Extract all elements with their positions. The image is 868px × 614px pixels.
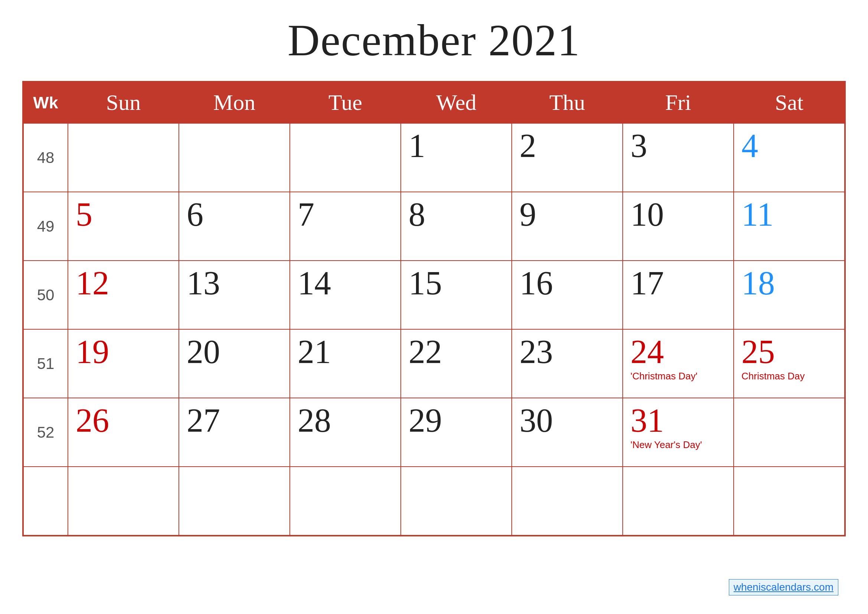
day-cell bbox=[290, 123, 401, 192]
day-cell: 30 bbox=[512, 398, 623, 467]
day-number: 9 bbox=[519, 196, 536, 233]
day-number: 18 bbox=[741, 265, 775, 301]
col-header-sun: Sun bbox=[68, 82, 179, 123]
holiday-label: Christmas Day bbox=[741, 371, 837, 382]
day-number: 1 bbox=[409, 127, 425, 164]
day-number: 7 bbox=[298, 196, 314, 233]
day-number: 17 bbox=[631, 265, 664, 301]
day-number: 8 bbox=[409, 196, 425, 233]
day-cell: 27 bbox=[179, 398, 290, 467]
day-cell bbox=[401, 467, 512, 535]
day-cell: 11 bbox=[734, 192, 845, 260]
calendar-row: 52262728293031'New Year's Day' bbox=[23, 398, 845, 467]
col-header-wed: Wed bbox=[401, 82, 512, 123]
day-cell: 23 bbox=[512, 329, 623, 398]
day-number: 29 bbox=[409, 402, 442, 439]
page-title: December 2021 bbox=[288, 15, 580, 66]
day-number: 16 bbox=[519, 265, 553, 301]
day-number: 3 bbox=[631, 127, 647, 164]
day-number: 22 bbox=[409, 333, 442, 370]
day-cell bbox=[512, 467, 623, 535]
day-number: 14 bbox=[298, 265, 331, 301]
day-cell: 22 bbox=[401, 329, 512, 398]
day-number: 28 bbox=[298, 402, 331, 439]
day-number: 19 bbox=[76, 333, 109, 370]
calendar-row: 49567891011 bbox=[23, 192, 845, 260]
day-number: 20 bbox=[187, 333, 220, 370]
day-number: 5 bbox=[76, 196, 92, 233]
holiday-label: 'Christmas Day' bbox=[631, 371, 726, 382]
day-cell bbox=[179, 467, 290, 535]
watermark[interactable]: wheniscalendars.com bbox=[729, 579, 838, 595]
col-header-mon: Mon bbox=[179, 82, 290, 123]
day-cell: 17 bbox=[623, 260, 734, 329]
day-number: 25 bbox=[741, 333, 775, 370]
day-cell: 26 bbox=[68, 398, 179, 467]
day-cell: 29 bbox=[401, 398, 512, 467]
day-cell: 6 bbox=[179, 192, 290, 260]
day-cell: 16 bbox=[512, 260, 623, 329]
week-number: 51 bbox=[23, 329, 68, 398]
day-cell: 28 bbox=[290, 398, 401, 467]
day-cell: 2 bbox=[512, 123, 623, 192]
day-cell bbox=[290, 467, 401, 535]
day-number: 4 bbox=[741, 127, 758, 164]
day-cell: 20 bbox=[179, 329, 290, 398]
day-number: 13 bbox=[187, 265, 220, 301]
day-number: 26 bbox=[76, 402, 109, 439]
day-number: 2 bbox=[519, 127, 536, 164]
week-number: 49 bbox=[23, 192, 68, 260]
day-cell: 12 bbox=[68, 260, 179, 329]
day-cell bbox=[734, 398, 845, 467]
week-number bbox=[23, 467, 68, 535]
day-cell: 31'New Year's Day' bbox=[623, 398, 734, 467]
col-header-fri: Fri bbox=[623, 82, 734, 123]
day-number: 24 bbox=[631, 333, 664, 370]
week-number: 50 bbox=[23, 260, 68, 329]
day-number: 21 bbox=[298, 333, 331, 370]
day-cell: 21 bbox=[290, 329, 401, 398]
day-cell: 19 bbox=[68, 329, 179, 398]
header-row: Wk Sun Mon Tue Wed Thu Fri Sat bbox=[23, 82, 845, 123]
day-cell: 15 bbox=[401, 260, 512, 329]
day-cell: 1 bbox=[401, 123, 512, 192]
day-number: 31 bbox=[631, 402, 664, 439]
day-number: 6 bbox=[187, 196, 203, 233]
day-number: 15 bbox=[409, 265, 442, 301]
day-cell: 14 bbox=[290, 260, 401, 329]
day-cell bbox=[68, 123, 179, 192]
day-cell: 9 bbox=[512, 192, 623, 260]
day-number: 11 bbox=[741, 196, 774, 233]
day-cell bbox=[734, 467, 845, 535]
calendar-row: 481234 bbox=[23, 123, 845, 192]
col-header-wk: Wk bbox=[23, 82, 68, 123]
day-cell: 4 bbox=[734, 123, 845, 192]
col-header-sat: Sat bbox=[734, 82, 845, 123]
week-number: 48 bbox=[23, 123, 68, 192]
calendar-row: 5012131415161718 bbox=[23, 260, 845, 329]
day-cell: 8 bbox=[401, 192, 512, 260]
day-cell bbox=[623, 467, 734, 535]
day-cell bbox=[179, 123, 290, 192]
day-cell: 13 bbox=[179, 260, 290, 329]
day-number: 10 bbox=[631, 196, 664, 233]
col-header-tue: Tue bbox=[290, 82, 401, 123]
calendar: Wk Sun Mon Tue Wed Thu Fri Sat 481234495… bbox=[22, 81, 846, 536]
day-cell: 5 bbox=[68, 192, 179, 260]
calendar-row: 51192021222324'Christmas Day'25Christmas… bbox=[23, 329, 845, 398]
holiday-label: 'New Year's Day' bbox=[631, 439, 726, 451]
day-cell: 3 bbox=[623, 123, 734, 192]
week-number: 52 bbox=[23, 398, 68, 467]
day-cell: 25Christmas Day bbox=[734, 329, 845, 398]
col-header-thu: Thu bbox=[512, 82, 623, 123]
calendar-row bbox=[23, 467, 845, 535]
day-cell: 24'Christmas Day' bbox=[623, 329, 734, 398]
day-cell: 10 bbox=[623, 192, 734, 260]
day-number: 23 bbox=[519, 333, 553, 370]
day-cell: 7 bbox=[290, 192, 401, 260]
day-cell: 18 bbox=[734, 260, 845, 329]
day-number: 30 bbox=[519, 402, 553, 439]
day-number: 12 bbox=[76, 265, 109, 301]
day-cell bbox=[68, 467, 179, 535]
day-number: 27 bbox=[187, 402, 220, 439]
